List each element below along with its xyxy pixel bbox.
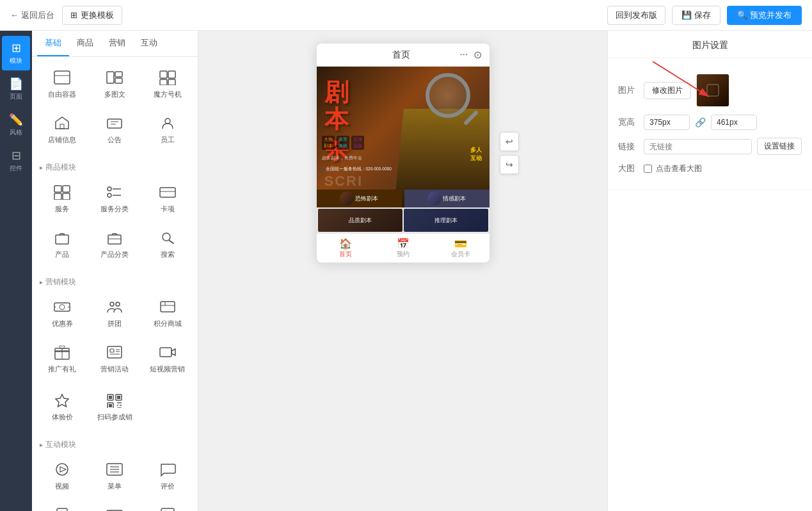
svg-rect-50: [109, 404, 112, 407]
publish-button[interactable]: 🔍 预览并发布: [727, 6, 802, 25]
bottom-nav-home[interactable]: 🏠 首页: [317, 234, 374, 263]
return-publish-button[interactable]: 回到发布版: [607, 6, 665, 25]
module-article[interactable]: 文章: [143, 499, 193, 511]
grid-item-2[interactable]: 推理剧本: [404, 209, 488, 232]
tab-basic[interactable]: 基础: [37, 31, 69, 56]
svg-point-19: [107, 193, 111, 197]
basic-module-grid: 自由容器 多图文 魔方号机 店铺信息: [32, 62, 198, 156]
back-button[interactable]: ← 返回后台: [10, 10, 54, 21]
module-staff[interactable]: 员工: [143, 108, 193, 150]
edit-image-button[interactable]: 修改图片: [644, 82, 691, 99]
nav-item-style[interactable]: ✏️ 风格: [2, 108, 30, 142]
auto-menu-icon: [51, 505, 74, 511]
size-label: 宽高: [618, 117, 644, 128]
image-label: 图片: [618, 85, 644, 96]
svg-rect-10: [107, 119, 122, 128]
product-section-title: 商品模块: [32, 156, 198, 177]
module-magic-box[interactable]: 魔方号机: [143, 62, 193, 105]
module-product[interactable]: 产品: [37, 222, 87, 265]
banner-hotline: 📞 全国统一服务热线：020-000-0000: [319, 166, 392, 172]
module-trial[interactable]: 体验价: [37, 385, 87, 428]
module-points-mall[interactable]: 积分商城: [143, 291, 193, 334]
save-button[interactable]: 💾 保存: [672, 6, 720, 25]
height-input[interactable]: [711, 115, 757, 130]
short-video-label: 短视频营销: [150, 364, 185, 374]
phone-nav-row: 恐怖剧本 情感剧本: [317, 190, 490, 207]
booking-label: 预约: [397, 250, 410, 257]
activity-label: 营销活动: [100, 364, 129, 374]
svg-rect-15: [63, 186, 70, 192]
set-link-button[interactable]: 设置链接: [757, 138, 802, 155]
svg-rect-61: [57, 508, 67, 511]
module-auto-menu[interactable]: 自助买单: [37, 499, 87, 511]
tab-marketing[interactable]: 营销: [101, 31, 133, 56]
main-layout: ⊞ 模块 📄 页面 ✏️ 风格 ⊟ 控件 基础 商品 营销 互动: [0, 31, 812, 511]
svg-rect-4: [115, 78, 122, 83]
svg-rect-48: [109, 396, 112, 399]
phone-banner[interactable]: 剧本 杀 大热剧本 实景体验 沉浸渲染 多人互动 超多剧本，免费年金: [317, 67, 490, 207]
module-menu[interactable]: 菜单: [90, 454, 139, 497]
size-row: 宽高 🔗: [618, 115, 802, 130]
sidebar-tabs: 基础 商品 营销 互动: [32, 31, 198, 57]
module-product-cat[interactable]: 产品分类: [90, 222, 139, 265]
width-input[interactable]: [644, 115, 690, 130]
tab-product[interactable]: 商品: [69, 31, 101, 56]
bottom-nav-booking[interactable]: 📅 预约: [374, 234, 432, 263]
svg-rect-49: [117, 396, 120, 399]
nav-item-control[interactable]: ⊟ 控件: [2, 143, 30, 178]
module-service[interactable]: 服务: [37, 177, 87, 220]
svg-rect-6: [168, 71, 175, 78]
tag-immersive: 沉浸渲染: [351, 136, 364, 150]
module-coupon[interactable]: 优惠券: [37, 291, 87, 334]
module-group[interactable]: 拼团: [90, 291, 139, 334]
horror-nav-btn[interactable]: 恐怖剧本: [317, 190, 402, 207]
phone-header-icons: ··· ⊙: [459, 49, 481, 61]
magic-box-icon: [156, 68, 179, 87]
module-search[interactable]: 搜索: [143, 222, 193, 265]
topbar-right: 回到发布版 💾 保存 🔍 预览并发布: [607, 6, 802, 25]
module-scan-code[interactable]: 扫码参成销: [90, 385, 139, 428]
sidebar: 基础 商品 营销 互动 自由容器 多图文: [32, 31, 198, 511]
notice-icon: [103, 113, 126, 133]
bigimg-checkbox-label[interactable]: 点击查看大图: [644, 163, 702, 174]
nav-item-page[interactable]: 📄 页面: [2, 72, 30, 106]
phone-bottom-nav: 🏠 首页 📅 预约 💳 会员卡: [317, 233, 490, 263]
module-activity[interactable]: 营销活动: [90, 337, 139, 380]
image-section: 图片 修改图片 宽高 🔗: [608, 66, 812, 190]
template-button[interactable]: ⊞ 更换模板: [62, 6, 122, 25]
undo-button[interactable]: ↩: [500, 132, 519, 151]
svg-line-28: [169, 241, 173, 244]
nav-item-module[interactable]: ⊞ 模块: [2, 36, 30, 70]
left-nav: ⊞ 模块 📄 页面 ✏️ 风格 ⊟ 控件: [0, 31, 32, 511]
module-free-container[interactable]: 自由容器: [37, 62, 87, 105]
trial-label: 体验价: [52, 412, 73, 422]
horror-label: 恐怖剧本: [355, 195, 378, 203]
module-short-video[interactable]: 短视频营销: [143, 337, 193, 380]
link-input[interactable]: [644, 139, 752, 154]
module-store-info[interactable]: 店铺信息: [37, 108, 87, 150]
tab-interactive[interactable]: 互动: [133, 31, 165, 56]
grid-item-1[interactable]: 品质剧本: [318, 209, 402, 232]
emotion-nav-btn[interactable]: 情感剧本: [404, 190, 490, 207]
magnifier-icon: [426, 73, 470, 118]
product-icon: [51, 228, 74, 247]
card-icon: [156, 182, 179, 202]
bottom-nav-membership[interactable]: 💳 会员卡: [432, 234, 490, 263]
product-module-grid: 服务 服务分类 卡项 产品: [32, 177, 198, 270]
module-multi-text[interactable]: 多图文: [90, 62, 139, 105]
module-gift[interactable]: 推广有礼: [37, 337, 87, 380]
publish-label: 预览并发布: [750, 10, 792, 21]
redo-button[interactable]: ↪: [500, 155, 519, 174]
membership-label: 会员卡: [451, 250, 470, 257]
module-card[interactable]: 卡项: [143, 177, 193, 220]
module-notice[interactable]: 公告: [90, 108, 139, 150]
svg-rect-24: [56, 235, 68, 244]
module-video[interactable]: 视频: [37, 454, 87, 497]
tag-hot: 大热剧本: [322, 136, 335, 150]
image-thumbnail: [696, 74, 729, 107]
module-review[interactable]: 评价: [143, 454, 193, 497]
module-service-cat[interactable]: 服务分类: [90, 177, 139, 220]
module-album[interactable]: 图册: [90, 499, 139, 511]
search-icon: 🔍: [737, 10, 747, 20]
bigimg-checkbox[interactable]: [644, 165, 652, 173]
